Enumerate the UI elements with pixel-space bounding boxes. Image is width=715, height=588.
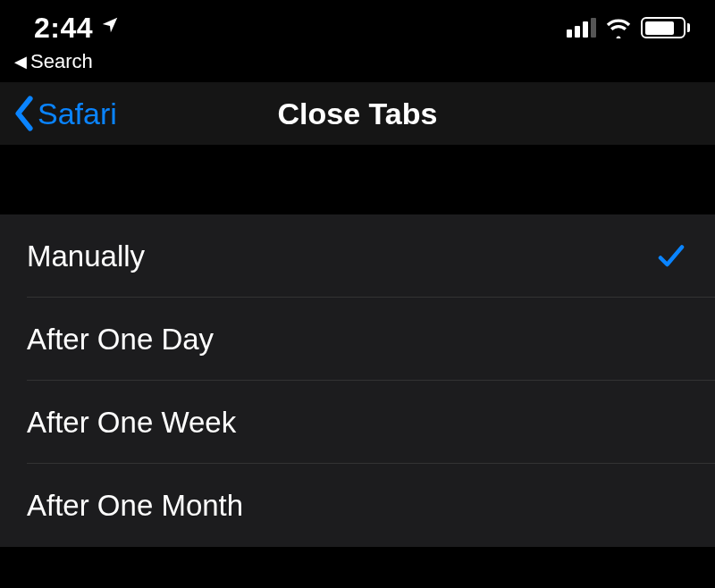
bottom-gap [0, 547, 715, 588]
status-left: 2:44 [34, 12, 120, 45]
checkmark-icon [654, 240, 688, 273]
option-label: After One Month [27, 489, 243, 523]
battery-icon [641, 17, 690, 38]
option-label: After One Week [27, 406, 236, 440]
status-bar: 2:44 [0, 0, 715, 43]
chevron-left-icon [13, 96, 36, 131]
option-label: Manually [27, 239, 145, 273]
nav-bar: Safari Close Tabs [0, 82, 715, 145]
back-label: Safari [38, 97, 117, 131]
section-gap [0, 145, 715, 214]
option-label: After One Day [27, 323, 214, 357]
option-after-one-month[interactable]: After One Month [0, 464, 715, 547]
cellular-signal-icon [567, 18, 596, 38]
options-list: Manually After One Day After One Week Af… [0, 214, 715, 547]
option-manually[interactable]: Manually [0, 214, 715, 298]
breadcrumb[interactable]: ◀ Search [0, 43, 715, 82]
option-after-one-week[interactable]: After One Week [0, 381, 715, 464]
location-icon [100, 15, 120, 40]
wifi-icon [605, 17, 632, 38]
page-title: Close Tabs [278, 97, 438, 131]
breadcrumb-label: Search [30, 50, 93, 73]
status-time: 2:44 [34, 12, 93, 45]
back-button[interactable]: Safari [0, 96, 117, 131]
option-after-one-day[interactable]: After One Day [0, 298, 715, 381]
breadcrumb-caret-icon: ◀ [14, 52, 27, 71]
status-right [567, 17, 690, 38]
